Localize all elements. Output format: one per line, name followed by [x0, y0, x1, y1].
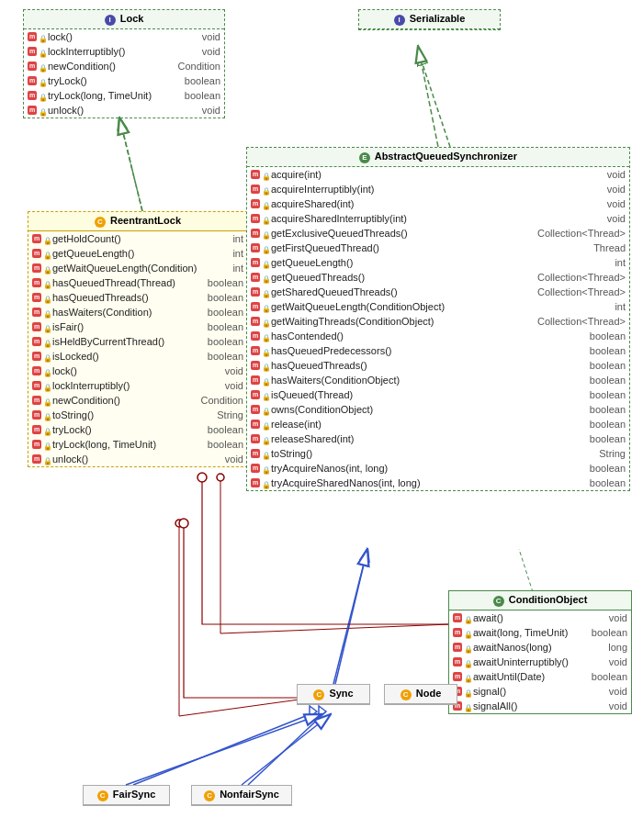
- lock-sym: 🔒: [43, 411, 51, 419]
- fairsync-icon: C: [97, 790, 108, 801]
- method-icon: m: [453, 628, 462, 637]
- lock-sym: 🔒: [39, 106, 46, 114]
- aqs-header: E AbstractQueuedSynchronizer: [247, 148, 629, 167]
- svg-line-5: [119, 118, 142, 211]
- aqs-m18: m 🔒 release(int) boolean: [247, 417, 629, 431]
- method-icon: m: [28, 76, 37, 85]
- aqs-box: E AbstractQueuedSynchronizer m 🔒 acquire…: [246, 147, 630, 491]
- aqs-m8: m 🔒 getQueuedThreads() Collection<Thread…: [247, 270, 629, 285]
- aqs-m21: m 🔒 tryAcquireNanos(int, long) boolean: [247, 461, 629, 476]
- method-icon: m: [251, 405, 260, 414]
- lock-sym: 🔒: [262, 303, 269, 310]
- rl-method-16: m 🔒 unlock() void: [28, 452, 247, 466]
- co-m2: m 🔒 await(long, TimeUnit) boolean: [449, 625, 631, 640]
- aqs-m13: m 🔒 hasQueuedPredecessors() boolean: [247, 343, 629, 358]
- lock-sym: 🔒: [262, 318, 269, 325]
- co-icon: C: [493, 596, 504, 607]
- lock-sym: 🔒: [43, 294, 51, 301]
- method-icon: m: [32, 322, 41, 331]
- lock-sym: 🔒: [262, 171, 269, 178]
- method-icon: m: [453, 657, 462, 666]
- lock-sym: 🔒: [43, 338, 51, 345]
- method-icon: m: [251, 361, 260, 370]
- method-icon: m: [28, 32, 37, 41]
- method-icon: m: [251, 449, 260, 458]
- method-icon: m: [32, 293, 41, 302]
- rl-method-13: m 🔒 toString() String: [28, 408, 247, 422]
- aqs-m19: m 🔒 releaseShared(int) boolean: [247, 431, 629, 446]
- method-icon: m: [251, 346, 260, 355]
- nonfairsync-header: C NonfairSync: [192, 786, 291, 805]
- svg-line-6: [418, 50, 450, 147]
- svg-line-8: [133, 711, 317, 785]
- lock-sym: 🔒: [43, 353, 51, 360]
- serializable-icon: I: [394, 15, 405, 26]
- method-icon: m: [32, 366, 41, 375]
- conditionobject-header: C ConditionObject: [449, 591, 631, 610]
- lock-sym: 🔒: [464, 702, 471, 710]
- method-icon: m: [251, 302, 260, 311]
- aqs-m3: m 🔒 acquireShared(int) void: [247, 196, 629, 211]
- svg-line-18: [519, 549, 533, 592]
- rl-method-6: m 🔒 hasWaiters(Condition) boolean: [28, 305, 247, 319]
- aqs-m4: m 🔒 acquireSharedInterruptibly(int) void: [247, 211, 629, 226]
- aqs-m11: m 🔒 getWaitingThreads(ConditionObject) C…: [247, 314, 629, 329]
- lock-sym: 🔒: [262, 450, 269, 457]
- lock-sym: 🔒: [464, 658, 471, 666]
- method-icon: m: [453, 643, 462, 652]
- lock-title: Lock: [120, 13, 144, 24]
- lock-method-4: m 🔒 tryLock() boolean: [24, 73, 224, 88]
- node-header: C Node: [385, 685, 457, 704]
- method-icon: m: [32, 249, 41, 258]
- method-icon: m: [251, 243, 260, 252]
- rl-method-2: m 🔒 getQueueLength() int: [28, 246, 247, 261]
- nonfairsync-icon: C: [204, 790, 215, 801]
- aqs-m12: m 🔒 hasContended() boolean: [247, 329, 629, 343]
- aqs-m10: m 🔒 getWaitQueueLength(ConditionObject) …: [247, 299, 629, 314]
- svg-point-14: [175, 520, 183, 527]
- lock-sym: 🔒: [262, 391, 269, 398]
- rl-method-15: m 🔒 tryLock(long, TimeUnit) boolean: [28, 437, 247, 452]
- lock-method-2: m 🔒 lockInterruptibly() void: [24, 44, 224, 59]
- lock-sym: 🔒: [464, 688, 471, 695]
- lock-sym: 🔒: [464, 614, 471, 622]
- lock-sym: 🔒: [43, 250, 51, 257]
- method-icon: m: [32, 278, 41, 287]
- method-icon: m: [32, 352, 41, 361]
- lock-sym: 🔒: [262, 259, 269, 266]
- lock-sym: 🔒: [39, 33, 46, 40]
- method-icon: m: [32, 308, 41, 317]
- aqs-m22: m 🔒 tryAcquireSharedNanos(int, long) boo…: [247, 476, 629, 490]
- rl-method-5: m 🔒 hasQueuedThreads() boolean: [28, 290, 247, 305]
- method-icon: m: [453, 613, 462, 622]
- fairsync-title: FairSync: [113, 789, 155, 800]
- rl-method-3: m 🔒 getWaitQueueLength(Condition) int: [28, 261, 247, 275]
- method-icon: m: [32, 337, 41, 346]
- method-icon: m: [251, 434, 260, 443]
- node-icon: C: [400, 689, 412, 700]
- method-icon: m: [28, 47, 37, 56]
- rl-method-10: m 🔒 lock() void: [28, 364, 247, 378]
- lock-sym: 🔒: [262, 332, 269, 340]
- lock-sym: 🔒: [43, 455, 51, 463]
- lock-box: I Lock m 🔒 lock() void m 🔒 lockInterrupt…: [23, 9, 225, 118]
- rl-method-9: m 🔒 isLocked() boolean: [28, 349, 247, 364]
- co-m4: m 🔒 awaitUninterruptibly() void: [449, 655, 631, 669]
- lock-method-5: m 🔒 tryLock(long, TimeUnit) boolean: [24, 88, 224, 103]
- lock-header: I Lock: [24, 10, 224, 29]
- method-icon: m: [251, 420, 260, 429]
- sync-header: C Sync: [298, 685, 369, 704]
- aqs-m16: m 🔒 isQueued(Thread) boolean: [247, 387, 629, 402]
- method-icon: m: [28, 106, 37, 115]
- lock-method-6: m 🔒 unlock() void: [24, 103, 224, 118]
- sync-box: C Sync: [297, 684, 370, 705]
- method-icon: m: [251, 170, 260, 179]
- lock-sym: 🔒: [43, 323, 51, 330]
- aqs-m20: m 🔒 toString() String: [247, 446, 629, 461]
- lock-sym: 🔒: [43, 235, 51, 242]
- lock-sym: 🔒: [262, 420, 269, 428]
- svg-point-22: [179, 519, 188, 528]
- nonfairsync-box: C NonfairSync: [191, 785, 292, 806]
- lock-sym: 🔒: [39, 48, 46, 55]
- uml-diagram: I Lock m 🔒 lock() void m 🔒 lockInterrupt…: [0, 0, 643, 840]
